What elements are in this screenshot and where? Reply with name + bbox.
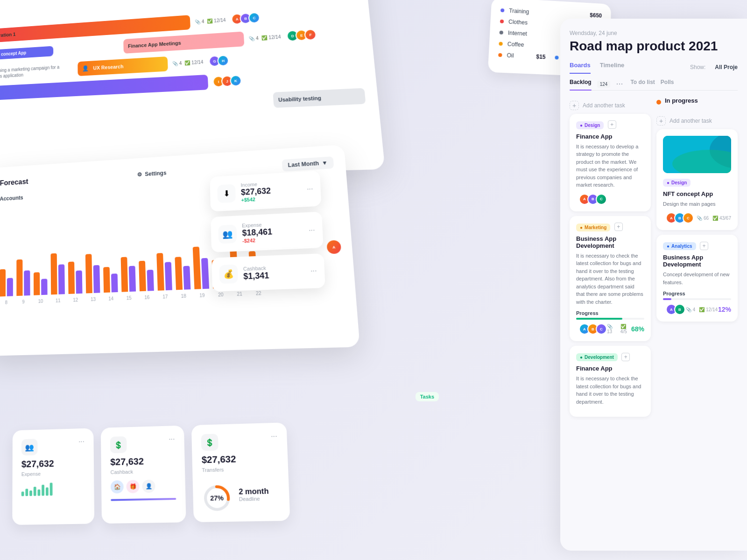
tag-plus-2[interactable]: +: [614, 223, 623, 231]
chart-label-12: 12: [69, 297, 83, 303]
settings-label: Settings: [145, 170, 167, 177]
task-card-image-nft: [663, 136, 731, 173]
bar-group-4: [68, 261, 83, 294]
show-label: Show:: [690, 64, 705, 70]
gantt-meta-2: 📎 4 ✅ 12/14 D E F: [248, 28, 317, 44]
task-title-finance: Finance App: [576, 133, 644, 140]
roadmap-columns: + Add another task ● Design + Finance Ap…: [570, 97, 738, 422]
avatar-6: F: [304, 28, 317, 41]
task-tag-analytics[interactable]: ● Analytics: [663, 242, 696, 250]
income-content: Income $27,632 +$542: [240, 179, 302, 203]
bar-orange-5: [85, 254, 92, 293]
mini-bar-1: [21, 491, 24, 496]
expense-card: 👥 Expense $18,461 -$242 ···: [211, 211, 323, 252]
bar-purple-6: [111, 273, 118, 292]
bar-purple-10: [183, 266, 190, 290]
bar-purple-8: [147, 270, 154, 291]
tag-plus-4[interactable]: +: [700, 242, 708, 250]
bar-orange-6: [103, 267, 110, 293]
task-avatars-nft: A B C: [666, 212, 694, 224]
roadmap-tabs: Boards Timeline Show: All Proje: [570, 62, 738, 73]
settings-button[interactable]: ⚙ Settings: [137, 170, 167, 178]
bar-orange-1: [16, 259, 22, 296]
deadline-duration: 2 month: [239, 487, 269, 497]
small-card-expense-label: Expense: [21, 470, 85, 477]
small-card-expense-icon: 👥: [21, 439, 38, 455]
small-card-cashback-header: 💲 ···: [110, 435, 175, 453]
backlog-dots[interactable]: ···: [616, 79, 623, 90]
subtab-polls[interactable]: Polls: [661, 79, 674, 90]
bar-group-9: [156, 252, 172, 291]
cashback-menu[interactable]: ···: [310, 266, 317, 275]
small-card-transfers-menu[interactable]: ···: [271, 432, 277, 441]
income-menu[interactable]: ···: [307, 184, 313, 193]
task-meta-biz: 📎 13 ✅ 4/5: [607, 324, 631, 334]
bar-group-11: [193, 246, 209, 289]
task-tag-marketing[interactable]: ● Marketing: [576, 224, 610, 231]
task-attachments-biz: 📎 13: [607, 324, 617, 334]
task-card-nft: ● Design NFT concept App Design the main…: [656, 129, 738, 231]
legend-dot-coffee: [499, 42, 503, 46]
gantt-marketing-desc: Developing a marketing campaign for a bu…: [0, 63, 71, 80]
subtab-backlog[interactable]: Backlog: [570, 79, 592, 90]
legend-dot-training: [500, 8, 504, 12]
mini-bar-6: [42, 485, 44, 496]
task-tag-design-nft[interactable]: ● Design: [663, 179, 691, 187]
mini-bar-3: [29, 490, 32, 496]
gantt-bar-iteration-label: Iteration 1: [0, 32, 15, 38]
chart-label-9: 9: [16, 299, 30, 305]
inprogress-title: In progress: [665, 97, 698, 104]
gantt-check-2: ✅ 12/14: [261, 34, 281, 41]
task-avatars-finance: A B C: [579, 194, 607, 205]
forecast-dropdown[interactable]: Last Month ▼: [282, 156, 334, 172]
task-footer-nft: A B C 📎 66 ✅ 43/67: [663, 212, 731, 224]
gantt-bar-finance: Finance App Meetings: [123, 31, 244, 53]
subtab-todo[interactable]: To do list: [630, 79, 655, 90]
small-card-cashback-menu[interactable]: ···: [169, 435, 175, 443]
show-value[interactable]: All Proje: [715, 64, 738, 70]
small-card-expense-menu[interactable]: ···: [78, 437, 85, 446]
avatar-group-2: D E F: [286, 28, 317, 42]
chart-label-11: 11: [51, 298, 65, 303]
small-card-cashback-amount: $27,632: [110, 455, 176, 468]
add-task-inprogress[interactable]: + Add another task: [656, 112, 738, 129]
task-card-finance-app: ● Design + Finance App It is necessary t…: [570, 114, 651, 211]
task-desc-nft: Design the main pages: [663, 200, 731, 208]
cashback-progress: [111, 498, 176, 501]
task-tag-design-1[interactable]: ● Design: [576, 121, 604, 129]
roadmap-title: Road map product 2021: [570, 38, 738, 54]
tag-plus-3[interactable]: +: [621, 353, 630, 361]
income-icon: ⬇: [217, 184, 236, 203]
task-tag-development[interactable]: ● Development: [576, 353, 618, 361]
expense-content: Expense $18,461 -$242: [242, 220, 303, 244]
tag-plus-1[interactable]: +: [608, 120, 616, 129]
inprogress-dot: [656, 100, 661, 105]
bar-purple-2: [41, 279, 48, 295]
add-task-backlog[interactable]: + Add another task: [570, 97, 651, 114]
small-card-transfers-header: 💲 ···: [201, 432, 277, 451]
task-pct-biz: 68%: [631, 325, 644, 333]
forecast-title: Forecast: [0, 178, 28, 188]
task-progress-label-biz: Progress: [576, 310, 644, 316]
backlog-column: + Add another task ● Design + Finance Ap…: [570, 97, 651, 422]
tab-boards[interactable]: Boards: [570, 62, 591, 73]
bar-purple-3: [58, 264, 65, 294]
task-avatar-a2: B: [674, 304, 685, 315]
task-progress-fill-biz: [576, 318, 622, 320]
tag-dot-marketing: ●: [580, 225, 583, 230]
mini-bar-2: [25, 489, 28, 496]
tab-timeline[interactable]: Timeline: [600, 62, 625, 73]
mini-bar-7: [46, 487, 49, 496]
legend-amount-training: $650: [590, 12, 602, 19]
expense-icon: 👥: [218, 224, 237, 244]
progress-percent: 27%: [210, 494, 224, 502]
cashback-card: 💰 Cashback $1,341 ···: [211, 253, 325, 292]
gantt-meta-1: 📎 4 ✅ 12/14 A B C: [195, 12, 261, 28]
gantt-bar-usability: Usability testing: [273, 88, 366, 108]
legend-dot-oil: [498, 53, 502, 57]
backlog-indicator: [570, 90, 592, 91]
avatar-group-3: G H: [209, 55, 229, 67]
bar-purple-1: [24, 270, 30, 295]
task-checks-analytics: ✅ 12/14: [699, 307, 718, 312]
expense-menu[interactable]: ···: [309, 226, 315, 235]
